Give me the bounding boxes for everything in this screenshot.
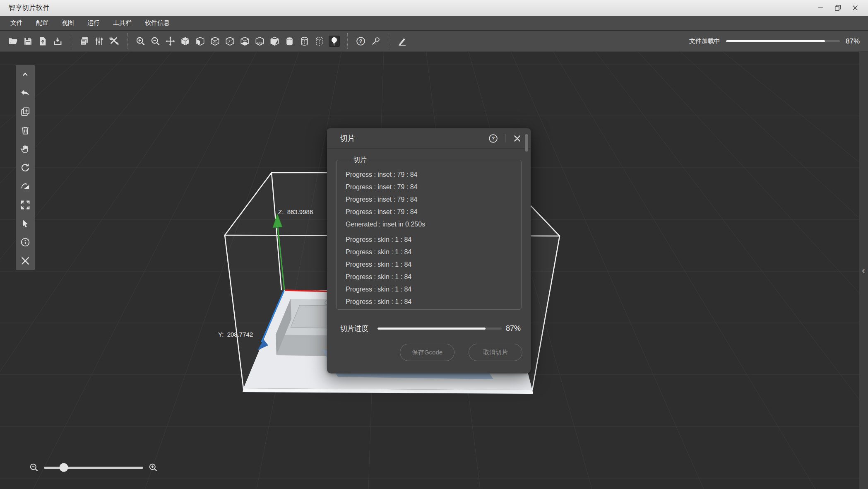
toolbar-open-button[interactable] [7, 36, 19, 47]
zoom-slider-thumb[interactable] [60, 463, 68, 472]
folder-icon [8, 36, 18, 46]
log-line: Progress : skin : 1 : 84 [346, 258, 515, 271]
key-icon [370, 36, 381, 46]
y-axis-value-label: Y: 208.7742 [218, 331, 253, 338]
toolbar-license-button[interactable] [370, 36, 381, 47]
hand-icon [20, 144, 31, 154]
log-line: Progress : skin : 1 : 84 [346, 296, 515, 308]
save-gcode-button[interactable]: 保存Gcode [400, 344, 454, 361]
cube-half-icon [269, 36, 280, 46]
file-loading-progressbar [726, 40, 840, 42]
toolbar-move-view-button[interactable] [165, 36, 176, 47]
menu-item-5[interactable]: 软件信息 [144, 18, 171, 28]
log-line: Progress : skin : 1 : 84 [346, 283, 515, 296]
menu-item-4[interactable]: 工具栏 [112, 18, 133, 28]
toolbar-view-half-button[interactable] [269, 36, 280, 47]
trash-icon [20, 125, 31, 136]
toolbar-machine-tools-button[interactable] [108, 36, 120, 47]
left-model-info-button[interactable] [16, 233, 35, 251]
menu-item-1[interactable]: 配置 [35, 18, 50, 28]
cube-solid-icon [180, 36, 190, 46]
left-select-button[interactable] [16, 214, 35, 233]
zoom-out-icon [150, 36, 161, 46]
slicing-log-groupbox: 切片 Progress : inset : 79 : 84Progress : … [336, 156, 522, 310]
close-dark-icon [851, 4, 859, 12]
toolbar-zoom-out-button[interactable] [150, 36, 161, 47]
log-line: Generated : inset in 0.250s [346, 218, 515, 231]
undo-icon [20, 88, 31, 99]
left-tool-panel [16, 65, 35, 270]
log-scrollbar-thumb[interactable] [525, 134, 528, 152]
log-line: Progress : skin : 1 : 84 [346, 234, 515, 246]
svg-text:?: ? [492, 135, 495, 141]
log-line: Progress : inset : 79 : 84 [346, 181, 515, 193]
right-panel-collapse-strip[interactable]: ‹ [859, 52, 868, 489]
log-line: Progress : inset : 79 : 84 [346, 169, 515, 181]
toolbar-save-button[interactable] [22, 36, 34, 47]
log-line: Progress : inset : 79 : 84 [346, 206, 515, 218]
toolbar-annotate-button[interactable] [397, 36, 408, 47]
window-minimize-button[interactable] [812, 0, 829, 16]
file-import-icon [38, 36, 48, 46]
log-line: Progress : skin : 1 : 84 [346, 246, 515, 258]
save-icon [23, 36, 33, 46]
chevron-left-icon[interactable]: ‹ [862, 266, 865, 489]
bulb-icon [329, 36, 339, 46]
chevron-up-icon [21, 70, 30, 79]
left-undo-button[interactable] [16, 84, 35, 102]
menu-item-3[interactable]: 运行 [86, 18, 101, 28]
toolbar-help-button[interactable]: ? [355, 36, 366, 47]
toolbar-view-xray-button[interactable] [224, 36, 236, 47]
cylinder-icon [284, 36, 295, 46]
log-line: Progress : inset : 79 : 84 [346, 193, 515, 206]
toolbar-view-solid-button[interactable] [180, 36, 191, 47]
toolbar-zoom-in-button[interactable] [135, 36, 146, 47]
slicing-log-list[interactable]: Progress : inset : 79 : 84Progress : ins… [346, 169, 515, 310]
cancel-slicing-button[interactable]: 取消切片 [469, 344, 522, 361]
pen-icon [397, 36, 407, 46]
left-fit-view-button[interactable] [16, 195, 35, 214]
move-icon [165, 36, 176, 46]
left-pan-button[interactable] [16, 140, 35, 158]
rotate-ccw-icon [20, 162, 31, 173]
left-mirror-button[interactable] [16, 177, 35, 195]
left-repair-button[interactable] [16, 251, 35, 270]
dialog-help-button[interactable]: ? [488, 133, 498, 144]
left-collapse-button[interactable] [16, 65, 35, 84]
help-circle-icon: ? [488, 133, 498, 144]
toolbar-parameter-settings-button[interactable] [94, 36, 105, 47]
toolbar-import-model-button[interactable] [37, 36, 48, 47]
zoom-out-icon[interactable] [29, 463, 39, 472]
menu-item-0[interactable]: 文件 [9, 18, 24, 28]
toolbar-view-cylinder-button[interactable] [284, 36, 295, 47]
info-icon [20, 237, 31, 248]
dialog-close-button[interactable] [512, 133, 522, 144]
dialog-header[interactable]: 切片 ? [327, 128, 531, 149]
window-restore-button[interactable] [829, 0, 846, 16]
log-line: Progress : skin : 1 : 84 [346, 308, 515, 310]
toolbar-view-support-button[interactable] [314, 36, 325, 47]
toolbar-separator [71, 33, 71, 49]
download-icon [53, 36, 63, 46]
toolbar-view-floor-button[interactable] [254, 36, 265, 47]
toolbar-view-surface-button[interactable] [195, 36, 206, 47]
expand-icon [20, 200, 31, 210]
viewport-zoom-control [29, 460, 158, 475]
menu-item-2[interactable]: 视图 [60, 18, 75, 28]
left-delete-button[interactable] [16, 121, 35, 140]
left-duplicate-button[interactable] [16, 102, 35, 121]
left-rotate-button[interactable] [16, 158, 35, 177]
toolbar-separator [347, 33, 348, 49]
toolbar-toggle-light-button[interactable] [329, 36, 340, 47]
zoom-in-icon[interactable] [148, 463, 158, 472]
toolbar-view-cylinder-wire-button[interactable] [299, 36, 310, 47]
main-toolbar: ? 文件加载中 87% [0, 31, 868, 52]
toolbar-view-bottom-button[interactable] [239, 36, 250, 47]
toolbar-batch-manage-button[interactable] [79, 36, 90, 47]
toolbar-view-wireframe-button[interactable] [209, 36, 221, 47]
toolbar-load-file-button[interactable] [52, 36, 63, 47]
window-close-button[interactable] [846, 0, 864, 16]
window-titlebar: 智享切片软件 [0, 0, 868, 16]
zoom-slider-track[interactable] [44, 467, 143, 469]
dialog-header-divider [505, 134, 505, 142]
